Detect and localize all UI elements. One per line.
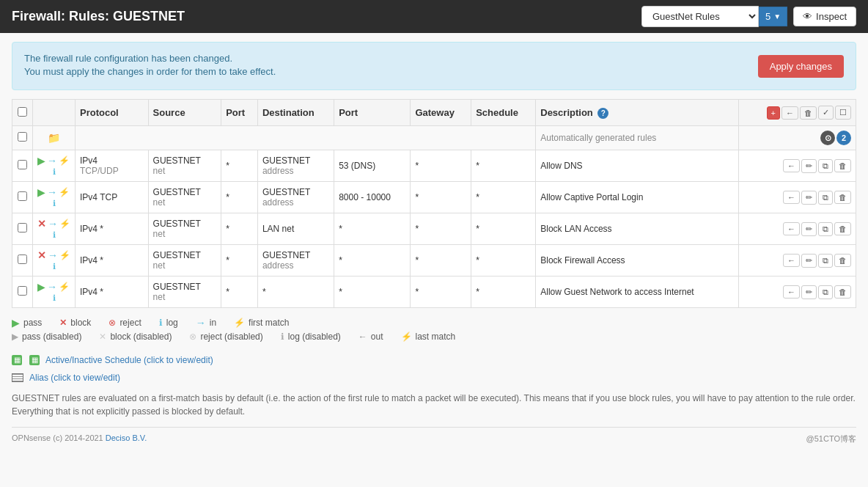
legend-log-disabled-icon: ℹ: [281, 332, 284, 342]
block-icon3: ✕: [37, 218, 46, 230]
row5-gateway: *: [411, 277, 471, 308]
row3-checkbox[interactable]: [18, 223, 27, 232]
row3-edit-btn[interactable]: ✏: [801, 222, 817, 236]
legend-pass-disabled-icon: ▶: [12, 332, 18, 342]
auto-rules-text: Automatically generated rules: [540, 133, 656, 143]
row2-move-btn[interactable]: ←: [783, 191, 800, 204]
move-rule-button[interactable]: ←: [781, 106, 798, 120]
row4-move-btn[interactable]: ←: [783, 254, 800, 267]
legend-block: ✕ block: [59, 318, 91, 328]
delete-rule-button[interactable]: 🗑: [800, 106, 817, 120]
arrow-icon2: →: [47, 186, 57, 198]
row4-checkbox-cell: [12, 245, 33, 277]
th-description: Description ?: [536, 100, 739, 126]
rules-select-wrapper: GuestNet Rules 5 ▼: [641, 6, 787, 27]
legend-row-2: ▶ pass (disabled) ✕ block (disabled) ⊗ r…: [12, 332, 856, 342]
row5-move-btn[interactable]: ←: [783, 285, 800, 299]
row4-checkbox[interactable]: [18, 255, 27, 264]
row1-edit-btn[interactable]: ✏: [801, 159, 817, 173]
row2-actions: ← ✏ ⧉ 🗑: [739, 182, 856, 213]
copyright-text: OPNsense (c) 2014-2021: [12, 433, 103, 442]
row5-delete-btn[interactable]: 🗑: [834, 285, 851, 299]
rules-select[interactable]: GuestNet Rules: [641, 6, 759, 27]
select-all-checkbox[interactable]: [18, 107, 27, 117]
add-rule-button[interactable]: +: [767, 106, 780, 120]
alias-note-row: Alias (click to view/edit): [12, 368, 856, 386]
row1-move-btn[interactable]: ←: [783, 159, 800, 172]
row4-copy-btn[interactable]: ⧉: [818, 254, 833, 268]
folder-actions: ⊙ 2: [739, 126, 856, 150]
row3-copy-btn[interactable]: ⧉: [818, 222, 833, 236]
row4-edit-btn[interactable]: ✏: [801, 254, 817, 268]
th-select-all: [12, 100, 33, 126]
row5-checkbox[interactable]: [18, 286, 27, 296]
schedule-note-row: ▦ ▦ Active/Inactive Schedule (click to v…: [12, 351, 856, 368]
row3-dest-port: *: [334, 213, 411, 245]
bolt-icon3: ⚡: [59, 219, 70, 229]
inspect-button[interactable]: 👁 Inspect: [793, 7, 856, 26]
folder-checkbox-cell: [12, 126, 33, 150]
row1-actions: ← ✏ ⧉ 🗑: [739, 150, 856, 182]
bolt-icon4: ⚡: [59, 250, 70, 260]
row3-delete-btn[interactable]: 🗑: [834, 222, 851, 235]
table-row: ▶ → ⚡ ℹ IPv4 TCP GUESTNETnet * GUESTNETa…: [12, 182, 856, 213]
th-gateway: Gateway: [411, 100, 471, 126]
legend-first-match: ⚡ first match: [234, 318, 289, 328]
row1-delete-btn[interactable]: 🗑: [834, 159, 851, 172]
legend-last-match-label: last match: [416, 332, 456, 342]
row2-gateway: *: [411, 182, 471, 213]
folder-checkbox[interactable]: [18, 132, 27, 142]
row5-copy-btn[interactable]: ⧉: [818, 285, 833, 299]
row2-checkbox[interactable]: [18, 191, 27, 201]
row1-src-port: *: [221, 150, 258, 182]
row2-src-port: *: [221, 182, 258, 213]
folder-empty: [76, 126, 536, 150]
top-bar-controls: GuestNet Rules 5 ▼ 👁 Inspect: [641, 6, 856, 27]
row4-source: GUESTNETnet: [148, 245, 221, 277]
badge-circle-dark: ⊙: [820, 131, 835, 145]
row2-delete-btn[interactable]: 🗑: [834, 191, 851, 204]
th-source: Source: [148, 100, 221, 126]
legend-reject-icon: ⊗: [108, 318, 116, 328]
apply-changes-button[interactable]: Apply changes: [758, 55, 844, 78]
alias-note-text[interactable]: Alias (click to view/edit): [29, 373, 120, 383]
info-icon4: ℹ: [53, 262, 56, 271]
row5-schedule: *: [471, 277, 536, 308]
th-row-controls: + ← 🗑 ✓ ☐: [739, 100, 856, 126]
table-row: ▶ → ⚡ ℹ IPv4 * GUESTNETnet * * * * * All…: [12, 277, 856, 308]
row5-source: GUESTNETnet: [148, 277, 221, 308]
legend-block-disabled-icon: ✕: [99, 332, 106, 342]
row3-source: GUESTNETnet: [148, 213, 221, 245]
copyright-link[interactable]: Deciso B.V.: [106, 433, 147, 442]
alert-line2: You must apply the changes in order for …: [24, 66, 276, 77]
check-rule-button[interactable]: ✓: [818, 106, 834, 120]
row3-move-btn[interactable]: ←: [783, 222, 800, 235]
info-icon: ℹ: [53, 167, 56, 176]
table-row: ▶ → ⚡ ℹ IPv4TCP/UDP GUESTNETnet * GUESTN…: [12, 150, 856, 182]
legend-pass-disabled: ▶ pass (disabled): [12, 332, 81, 342]
copy-rule-button[interactable]: ☐: [835, 106, 851, 120]
th-port: Port: [221, 100, 258, 126]
schedule-note-text[interactable]: Active/Inactive Schedule (click to view/…: [45, 355, 213, 365]
badge-count: 5: [765, 11, 770, 22]
legend-block-icon: ✕: [59, 318, 67, 328]
row5-src-port: *: [221, 277, 258, 308]
rules-badge[interactable]: 5 ▼: [759, 7, 787, 26]
legend-pass-label: pass: [23, 318, 42, 328]
row1-copy-btn[interactable]: ⧉: [818, 159, 833, 173]
th-protocol: Protocol: [76, 100, 149, 126]
row2-edit-btn[interactable]: ✏: [801, 191, 817, 205]
description-help-icon[interactable]: ?: [597, 108, 608, 119]
row3-actions: ← ✏ ⧉ 🗑: [739, 213, 856, 245]
alert-line1: The firewall rule configuration has been…: [24, 53, 276, 64]
legend-pass-disabled-label: pass (disabled): [22, 332, 81, 342]
row5-edit-btn[interactable]: ✏: [801, 285, 817, 299]
row2-dest-port: 8000 - 10000: [334, 182, 411, 213]
row4-delete-btn[interactable]: 🗑: [834, 254, 851, 267]
row2-copy-btn[interactable]: ⧉: [818, 191, 833, 205]
legend-reject-disabled-icon: ⊗: [189, 332, 196, 342]
row1-checkbox[interactable]: [18, 160, 27, 169]
pass-icon2: ▶: [37, 186, 45, 198]
legend-in: → in: [196, 317, 216, 329]
row3-icon-cell: ✕ → ⚡ ℹ: [33, 213, 76, 245]
